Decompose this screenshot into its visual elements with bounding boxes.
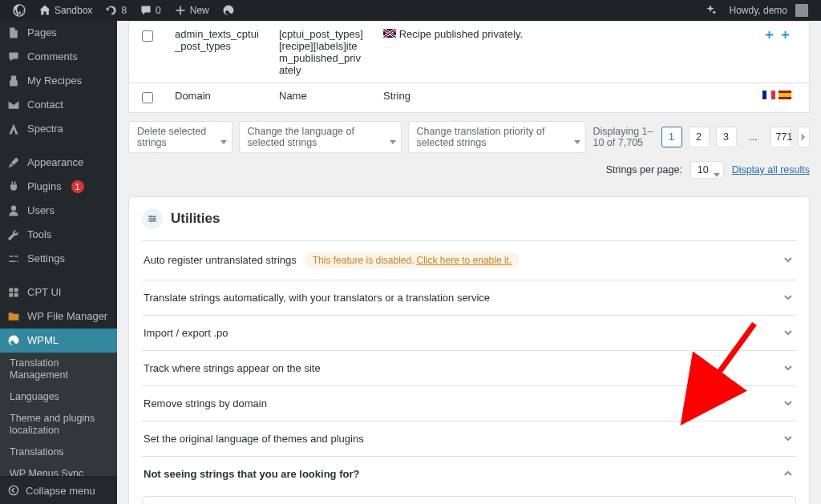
chevron-down-icon [783, 292, 795, 304]
plus-icon [174, 4, 187, 17]
wpml-toolbar-link[interactable] [216, 0, 241, 21]
svg-point-0 [9, 486, 18, 494]
chevron-down-icon [783, 363, 795, 374]
utility-row[interactable]: Import / export .po [142, 316, 796, 351]
table-footer-row: Domain Name String [129, 83, 809, 113]
bulk-delete-select[interactable]: Delete selected strings [128, 121, 233, 153]
sidebar-item-appearance[interactable]: Appearance [0, 151, 117, 175]
bulk-priority-select[interactable]: Change translation priority of selected … [408, 121, 587, 153]
utility-row[interactable]: Track where strings appear on the site [142, 351, 796, 386]
sidebar-item-plugins[interactable]: Plugins1 [0, 175, 117, 199]
strings-table: admin_texts_cptui_post_types [cptui_post… [128, 21, 810, 113]
utility-label: Import / export .po [144, 327, 229, 339]
add-translation-icon[interactable] [779, 28, 791, 41]
add-translation-icon[interactable] [762, 28, 775, 41]
sidebar-item-contact[interactable]: Contact [0, 93, 117, 117]
sidebar-item-wpfm[interactable]: WP File Manager [0, 304, 117, 329]
sidebar-item-pages[interactable]: Pages [0, 21, 117, 45]
wpml-submenu: Translation ManagementLanguagesTheme and… [0, 353, 117, 476]
spp-value: 10 [698, 164, 709, 175]
bulk-lang-select[interactable]: Change the language of selected strings [239, 121, 402, 153]
sidebar-label: WPML [27, 333, 59, 348]
site-link[interactable]: Sandbox [32, 0, 99, 21]
sidebar-item-settings[interactable]: Settings [0, 247, 117, 271]
pill-link[interactable]: Click here to enable it. [417, 255, 512, 266]
utility-row[interactable]: Auto register untranslated stringsThis f… [142, 241, 796, 280]
sidebar-item-recipes[interactable]: My Recipes [0, 69, 117, 93]
flag-fr-icon [762, 91, 775, 99]
wpml-sub-item[interactable]: Theme and plugins localization [0, 408, 117, 442]
page-next-button[interactable] [798, 127, 810, 147]
wpml-sub-item[interactable]: Languages [0, 386, 117, 408]
utilities-icon [142, 208, 163, 229]
spp-label: Strings per page: [606, 164, 682, 175]
brush-icon [6, 155, 21, 170]
pager-text: Displaying 1–10 of 7,705 [592, 126, 654, 148]
wpml-sub-item[interactable]: Translations [0, 442, 117, 463]
row-checkbox[interactable] [142, 30, 153, 42]
wpml-sub-item[interactable]: WP Menus Sync [0, 463, 117, 476]
sidebar-item-cptui[interactable]: CPT UI [0, 280, 117, 304]
cell-actions [745, 22, 809, 83]
display-all-link[interactable]: Display all results [732, 164, 810, 175]
page-dots: ... [743, 127, 764, 147]
select-all-checkbox[interactable] [142, 92, 153, 103]
account-link[interactable]: Howdy, demo [723, 0, 815, 21]
caret-icon [390, 135, 396, 139]
cell-string: Recipe published privately. [374, 22, 745, 83]
spp-select[interactable]: 10 [690, 161, 724, 179]
utilities-title: Utilities [171, 211, 220, 227]
cell-name: [cptui_post_types][recipe][labels]item_p… [269, 22, 374, 83]
sidebar-label: Comments [27, 50, 78, 64]
utility-row[interactable]: Translate strings automatically, with yo… [142, 280, 796, 316]
th-domain: Domain [165, 83, 269, 113]
sidebar-item-comments[interactable]: Comments [0, 45, 117, 69]
utility-row[interactable]: Remove strings by domain [142, 386, 796, 421]
sidebar-label: Tools [27, 228, 51, 242]
sidebar-label: Plugins [27, 179, 62, 194]
wpml-menu-icon [6, 333, 21, 348]
new-link[interactable]: New [168, 0, 216, 21]
utility-label: Remove strings by domain [144, 397, 267, 409]
caret-icon [714, 168, 720, 172]
utility-row[interactable]: Set the original language of themes and … [142, 421, 796, 457]
bulk-c-label: Change translation priority of selected … [417, 126, 568, 148]
plug-icon [6, 179, 21, 194]
howdy-text: Howdy, demo [730, 5, 787, 16]
page-2-button[interactable]: 2 [689, 127, 710, 147]
sidebar-item-users[interactable]: Users [0, 199, 117, 223]
wp-logo[interactable] [6, 0, 32, 21]
updates-link[interactable]: 8 [99, 0, 133, 21]
utility-label: Track where strings appear on the site [144, 362, 321, 374]
feature-disabled-pill[interactable]: This feature is disabled. Click here to … [305, 252, 520, 268]
per-page-row: Strings per page: 10 Display all results [128, 161, 810, 179]
comments-link[interactable]: 0 [133, 0, 168, 21]
comments-icon [6, 50, 21, 64]
collapse-menu[interactable]: Collapse menu [0, 476, 117, 504]
page-1-button[interactable]: 1 [661, 127, 682, 147]
comment-icon [140, 4, 152, 17]
utility-label: Translate strings automatically, with yo… [144, 292, 490, 304]
utility-row[interactable]: Not seeing strings that you are looking … [142, 457, 796, 491]
ai-link[interactable] [698, 0, 723, 21]
wrench-icon [6, 228, 21, 242]
sidebar-item-spectra[interactable]: Spectra [0, 117, 117, 141]
update-icon [105, 4, 118, 17]
utilities-panel: Utilities Auto register untranslated str… [128, 196, 810, 504]
page-3-button[interactable]: 3 [716, 127, 737, 147]
sliders-icon [6, 252, 21, 266]
bulk-b-label: Change the language of selected strings [248, 126, 383, 148]
sidebar-label: Appearance [27, 155, 83, 170]
admin-sidebar: Pages Comments My Recipes Contact Spectr… [0, 21, 117, 504]
sidebar-item-wpml[interactable]: WPML [0, 329, 117, 353]
page-last-button[interactable]: 771 [770, 127, 791, 147]
sidebar-label: CPT UI [27, 285, 61, 300]
recipes-icon [6, 74, 21, 88]
collapse-label: Collapse menu [26, 485, 95, 497]
wpml-sub-item[interactable]: Translation Management [0, 353, 117, 386]
th-string: String [374, 83, 745, 113]
comments-count: 0 [156, 5, 161, 16]
sidebar-item-tools[interactable]: Tools [0, 223, 117, 247]
utility-label: Set the original language of themes and … [144, 433, 364, 445]
sidebar-label: Spectra [27, 122, 63, 136]
